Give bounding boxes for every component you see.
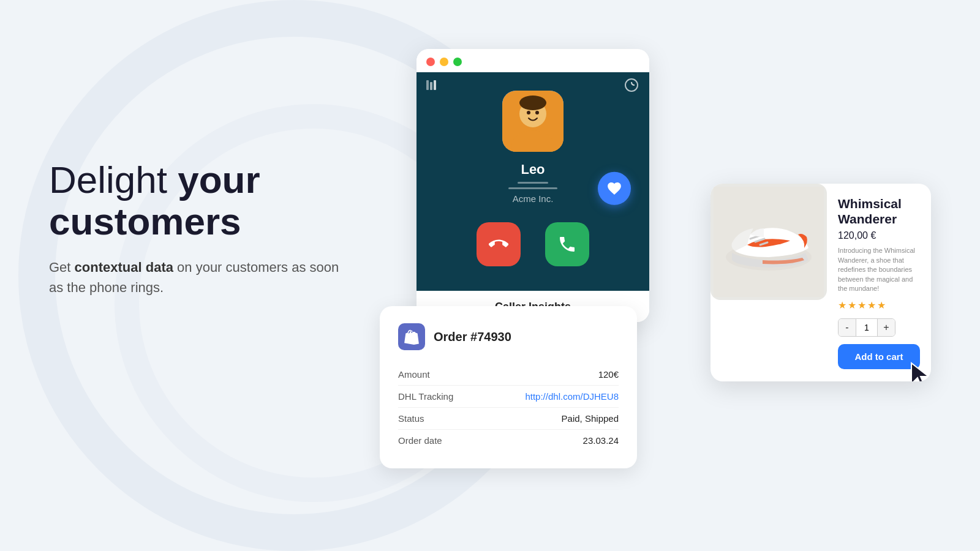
product-card: Whimsical Wanderer 120,00 € Introducing …	[710, 184, 931, 381]
svg-rect-2	[434, 80, 436, 90]
caller-company: Acme Inc.	[513, 193, 554, 204]
caller-name: Leo	[521, 162, 545, 178]
quantity-value: 1	[856, 319, 878, 336]
caller-line-1	[518, 182, 548, 184]
window-dot-yellow[interactable]	[440, 58, 448, 66]
quantity-increase-button[interactable]: +	[878, 319, 895, 336]
order-value-status: Paid, Shipped	[562, 413, 619, 424]
heart-badge[interactable]	[598, 171, 631, 204]
svg-rect-0	[426, 80, 429, 90]
cursor-arrow-icon	[909, 361, 931, 381]
svg-point-9	[535, 111, 539, 114]
hero-subtitle-bold: contextual data	[75, 260, 173, 275]
order-label-date: Order date	[398, 435, 442, 446]
hero-subtitle: Get contextual data on your customers as…	[49, 257, 355, 298]
window-dot-red[interactable]	[426, 58, 435, 66]
order-label-tracking: DHL Tracking	[398, 391, 453, 402]
svg-rect-1	[430, 82, 432, 90]
status-bar-icon-left	[426, 80, 440, 92]
product-image	[710, 184, 827, 300]
window-dot-green[interactable]	[453, 58, 462, 66]
order-row-date: Order date 23.03.24	[398, 430, 619, 451]
svg-point-7	[519, 96, 546, 110]
product-card-inner: Whimsical Wanderer 120,00 € Introducing …	[710, 184, 931, 381]
ui-showcase: Leo Acme Inc. Caller Insights	[380, 49, 931, 514]
order-label-amount: Amount	[398, 369, 430, 380]
svg-point-3	[625, 79, 638, 91]
product-stars: ★★★★★	[838, 299, 920, 311]
order-value-amount: 120€	[598, 369, 619, 380]
order-row-amount: Amount 120€	[398, 364, 619, 386]
product-name: Whimsical Wanderer	[838, 196, 920, 227]
order-header: Order #74930	[398, 323, 619, 350]
status-bar-icon-right	[624, 78, 639, 94]
order-label-status: Status	[398, 413, 424, 424]
order-card: Order #74930 Amount 120€ DHL Tracking ht…	[380, 306, 637, 468]
caller-line-2	[508, 187, 557, 189]
hero-subtitle-get: Get	[49, 260, 75, 275]
svg-point-8	[527, 111, 530, 114]
caller-actions	[477, 222, 589, 266]
order-value-tracking-link[interactable]: http://dhl.com/DJHEU8	[525, 391, 619, 402]
order-value-date: 23.03.24	[583, 435, 619, 446]
caller-dark-section: Leo Acme Inc.	[417, 72, 649, 291]
window-chrome	[417, 49, 649, 72]
order-row-tracking: DHL Tracking http://dhl.com/DJHEU8	[398, 386, 619, 408]
hero-section: Delight your customers Get contextual da…	[49, 159, 355, 298]
product-details: Whimsical Wanderer 120,00 € Introducing …	[827, 184, 931, 381]
product-description: Introducing the Whimsical Wanderer, a sh…	[838, 246, 920, 293]
order-title: Order #74930	[434, 330, 511, 344]
hero-title-regular: Delight	[49, 159, 178, 201]
quantity-decrease-button[interactable]: -	[839, 319, 856, 336]
hero-title: Delight your customers	[49, 159, 355, 242]
caller-avatar	[502, 91, 564, 152]
accept-call-button[interactable]	[545, 222, 589, 266]
add-to-cart-button[interactable]: Add to cart	[838, 344, 920, 369]
svg-marker-12	[911, 363, 929, 381]
decline-call-button[interactable]	[477, 222, 521, 266]
shopify-icon	[398, 323, 425, 350]
product-price: 120,00 €	[838, 230, 920, 241]
add-to-cart-label: Add to cart	[854, 351, 903, 362]
order-row-status: Status Paid, Shipped	[398, 408, 619, 430]
caller-card: Leo Acme Inc. Caller Insights	[417, 49, 649, 322]
product-quantity-selector: - 1 +	[838, 318, 895, 337]
